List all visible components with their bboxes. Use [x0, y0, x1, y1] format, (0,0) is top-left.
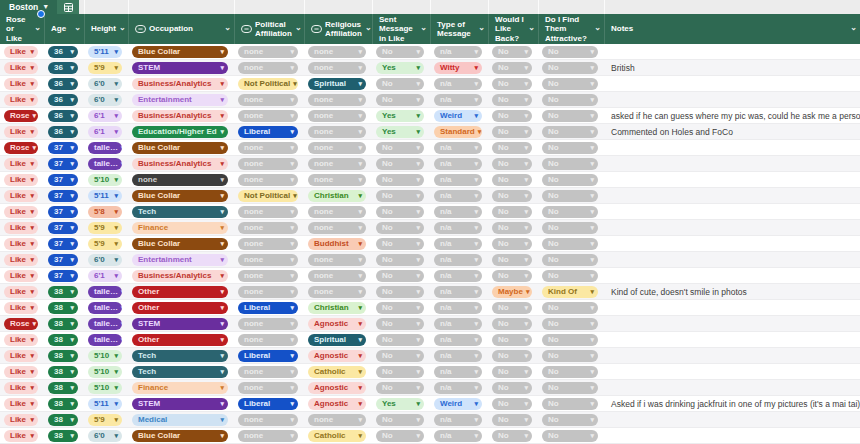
- age-select-pill[interactable]: 38▾: [48, 286, 78, 298]
- type-select-pill[interactable]: n/a▾: [434, 254, 482, 266]
- occupation-select-pill[interactable]: STEM▾: [132, 62, 228, 74]
- likeback-select-pill[interactable]: No▾: [492, 46, 532, 58]
- note-cell[interactable]: British: [604, 63, 860, 73]
- occupation-select-pill[interactable]: Blue Collar▾: [132, 430, 228, 442]
- age-select-pill[interactable]: 37▾: [48, 270, 78, 282]
- religious-select-pill[interactable]: Catholic▾: [308, 366, 366, 378]
- height-select-pill[interactable]: talle…▾: [88, 286, 122, 298]
- political-select-pill[interactable]: Not Political▾: [238, 190, 298, 202]
- political-select-pill[interactable]: none▾: [238, 270, 298, 282]
- religious-select-pill[interactable]: none▾: [308, 174, 366, 186]
- sent-select-pill[interactable]: Yes▾: [376, 62, 424, 74]
- type-select-pill[interactable]: n/a▾: [434, 174, 482, 186]
- rose-select-pill[interactable]: Like▾: [4, 126, 38, 138]
- sent-select-pill[interactable]: No▾: [376, 78, 424, 90]
- height-select-pill[interactable]: 6'0▾: [88, 430, 122, 442]
- religious-select-pill[interactable]: Agnostic▾: [308, 382, 366, 394]
- occupation-select-pill[interactable]: Other▾: [132, 334, 228, 346]
- political-select-pill[interactable]: none▾: [238, 158, 298, 170]
- religious-select-pill[interactable]: Agnostic▾: [308, 318, 366, 330]
- column-header-religious[interactable]: Religious Affiliation⌄: [304, 14, 372, 44]
- chevron-down-icon[interactable]: ⌄: [365, 23, 372, 32]
- attractive-select-pill[interactable]: No▾: [542, 46, 598, 58]
- attractive-select-pill[interactable]: No▾: [542, 318, 598, 330]
- rose-select-pill[interactable]: Like▾: [4, 414, 38, 426]
- type-select-pill[interactable]: n/a▾: [434, 414, 482, 426]
- height-select-pill[interactable]: 5'11▾: [88, 190, 122, 202]
- type-select-pill[interactable]: n/a▾: [434, 158, 482, 170]
- likeback-select-pill[interactable]: No▾: [492, 414, 532, 426]
- type-select-pill[interactable]: n/a▾: [434, 318, 482, 330]
- religious-select-pill[interactable]: Agnostic▾: [308, 398, 366, 410]
- sent-select-pill[interactable]: No▾: [376, 366, 424, 378]
- religious-select-pill[interactable]: none▾: [308, 158, 366, 170]
- attractive-select-pill[interactable]: No▾: [542, 62, 598, 74]
- political-select-pill[interactable]: none▾: [238, 334, 298, 346]
- occupation-select-pill[interactable]: Entertainment▾: [132, 254, 228, 266]
- occupation-select-pill[interactable]: Blue Collar▾: [132, 46, 228, 58]
- height-select-pill[interactable]: talle…▾: [88, 142, 122, 154]
- sent-select-pill[interactable]: No▾: [376, 174, 424, 186]
- likeback-select-pill[interactable]: Maybe▾: [492, 286, 532, 298]
- religious-select-pill[interactable]: none▾: [308, 222, 366, 234]
- type-select-pill[interactable]: Witty▾: [434, 62, 482, 74]
- note-cell[interactable]: asked if he can guess where my pic was, …: [604, 111, 860, 121]
- rose-select-pill[interactable]: Like▾: [4, 94, 38, 106]
- age-select-pill[interactable]: 37▾: [48, 190, 78, 202]
- political-select-pill[interactable]: none▾: [238, 142, 298, 154]
- type-select-pill[interactable]: n/a▾: [434, 238, 482, 250]
- political-select-pill[interactable]: none▾: [238, 110, 298, 122]
- rose-select-pill[interactable]: Like▾: [4, 398, 38, 410]
- chevron-down-icon[interactable]: ⌄: [478, 23, 485, 32]
- column-header-occupation[interactable]: Occupation⌄: [128, 14, 234, 44]
- rose-select-pill[interactable]: Rose▾: [4, 142, 38, 154]
- column-header-likeback[interactable]: Would I Like Back?⌄: [488, 14, 538, 44]
- religious-select-pill[interactable]: Buddhist▾: [308, 238, 366, 250]
- column-header-political[interactable]: Political Affiliation⌄: [234, 14, 304, 44]
- sent-select-pill[interactable]: No▾: [376, 254, 424, 266]
- chevron-down-icon[interactable]: ⌄: [420, 23, 427, 32]
- age-select-pill[interactable]: 37▾: [48, 238, 78, 250]
- attractive-select-pill[interactable]: No▾: [542, 398, 598, 410]
- occupation-select-pill[interactable]: Medical▾: [132, 414, 228, 426]
- political-select-pill[interactable]: none▾: [238, 430, 298, 442]
- age-select-pill[interactable]: 38▾: [48, 398, 78, 410]
- type-select-pill[interactable]: n/a▾: [434, 302, 482, 314]
- likeback-select-pill[interactable]: No▾: [492, 254, 532, 266]
- rose-select-pill[interactable]: Like▾: [4, 78, 38, 90]
- note-cell[interactable]: Asked if i was drinking jackfruit in one…: [604, 399, 860, 409]
- rose-select-pill[interactable]: Like▾: [4, 190, 38, 202]
- attractive-select-pill[interactable]: No▾: [542, 430, 598, 442]
- chevron-down-icon[interactable]: ⌄: [119, 23, 126, 32]
- sent-select-pill[interactable]: Yes▾: [376, 398, 424, 410]
- type-select-pill[interactable]: Weird▾: [434, 398, 482, 410]
- sent-select-pill[interactable]: No▾: [376, 206, 424, 218]
- religious-select-pill[interactable]: none▾: [308, 206, 366, 218]
- political-select-pill[interactable]: none▾: [238, 206, 298, 218]
- age-select-pill[interactable]: 38▾: [48, 302, 78, 314]
- type-select-pill[interactable]: n/a▾: [434, 430, 482, 442]
- occupation-select-pill[interactable]: Finance▾: [132, 222, 228, 234]
- age-select-pill[interactable]: 38▾: [48, 414, 78, 426]
- political-select-pill[interactable]: none▾: [238, 238, 298, 250]
- sent-select-pill[interactable]: No▾: [376, 382, 424, 394]
- type-select-pill[interactable]: n/a▾: [434, 78, 482, 90]
- attractive-select-pill[interactable]: No▾: [542, 126, 598, 138]
- occupation-select-pill[interactable]: Business/Analytics▾: [132, 158, 228, 170]
- sheet-grid-tab[interactable]: [57, 0, 79, 14]
- likeback-select-pill[interactable]: No▾: [492, 270, 532, 282]
- likeback-select-pill[interactable]: No▾: [492, 94, 532, 106]
- likeback-select-pill[interactable]: No▾: [492, 190, 532, 202]
- height-select-pill[interactable]: 6'0▾: [88, 78, 122, 90]
- type-select-pill[interactable]: n/a▾: [434, 382, 482, 394]
- type-select-pill[interactable]: n/a▾: [434, 334, 482, 346]
- rose-select-pill[interactable]: Like▾: [4, 46, 38, 58]
- political-select-pill[interactable]: Liberal▾: [238, 350, 298, 362]
- likeback-select-pill[interactable]: No▾: [492, 318, 532, 330]
- occupation-select-pill[interactable]: Education/Higher Ed▾: [132, 126, 228, 138]
- attractive-select-pill[interactable]: No▾: [542, 334, 598, 346]
- age-select-pill[interactable]: 36▾: [48, 78, 78, 90]
- attractive-select-pill[interactable]: No▾: [542, 222, 598, 234]
- political-select-pill[interactable]: Not Political▾: [238, 78, 298, 90]
- attractive-select-pill[interactable]: No▾: [542, 174, 598, 186]
